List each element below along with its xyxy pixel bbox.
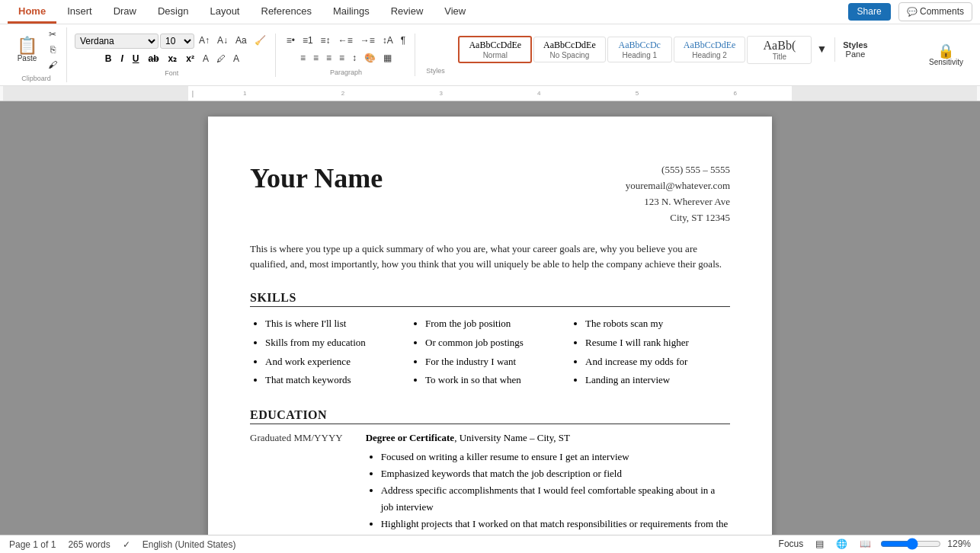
styles-pane-button[interactable]: Styles Pane (834, 37, 875, 62)
numbering-button[interactable]: ≡1 (299, 34, 316, 48)
skills-col2: From the job position Or common job post… (410, 315, 570, 390)
tab-mailings[interactable]: Mailings (322, 1, 380, 24)
edu-bullet-item: Emphasized keywords that match the job d… (381, 465, 730, 482)
top-area: Home Insert Draw Design Layout Reference… (0, 0, 980, 86)
edu-bullets: Focused on writing a killer resume to en… (366, 449, 730, 535)
italic-button[interactable]: I (117, 53, 127, 65)
cut-button[interactable]: ✂ (45, 27, 60, 42)
zoom-level: 129% (947, 539, 971, 549)
style-no-spacing-label: No Spacing (543, 51, 596, 59)
skill-item: This is where I'll list (265, 315, 410, 334)
align-left-button[interactable]: ≡ (297, 51, 309, 66)
layout-view-button[interactable]: ▤ (812, 537, 827, 551)
style-normal[interactable]: AaBbCcDdEe Normal (458, 36, 532, 63)
style-normal-label: Normal (469, 51, 521, 59)
status-bar: Page 1 of 1 265 words ✓ English (United … (0, 535, 980, 553)
highlight-button[interactable]: 🖊 (213, 52, 229, 66)
superscript-button[interactable]: x² (182, 53, 198, 65)
ruler-mark: 2 (341, 90, 344, 97)
align-center-button[interactable]: ≡ (310, 51, 322, 66)
skill-item: Landing an interview (585, 371, 730, 390)
proofing-icon[interactable]: ✓ (123, 539, 130, 550)
tab-review[interactable]: Review (380, 1, 434, 24)
style-heading2[interactable]: AaBbCcDdEe Heading 2 (674, 37, 746, 62)
font-color-button[interactable]: A (200, 52, 212, 66)
styles-pane-top-label: Styles (843, 40, 867, 50)
style-no-spacing-preview: AaBbCcDdEe (543, 40, 596, 51)
tab-insert[interactable]: Insert (56, 1, 103, 24)
subscript-button[interactable]: x₂ (165, 53, 181, 65)
text-shading-button[interactable]: A (230, 52, 242, 66)
style-no-spacing[interactable]: AaBbCcDdEe No Spacing (533, 37, 606, 62)
multilevel-list-button[interactable]: ≡↕ (318, 34, 334, 48)
tab-home[interactable]: Home (8, 1, 56, 24)
paragraph-group: ≡• ≡1 ≡↕ ←≡ →≡ ↕A ¶ ≡ ≡ ≡ ≡ ↕ 🎨 ▦ Paragr… (277, 34, 415, 76)
font-size-select[interactable]: 10 (160, 34, 194, 49)
skill-item: Skills from my education (265, 334, 410, 353)
styles-label: Styles (426, 67, 445, 75)
edu-bullet-item: Focused on writing a killer resume to en… (381, 449, 730, 465)
status-right: Focus ▤ 🌐 📖 129% (776, 537, 971, 551)
bold-button[interactable]: B (101, 53, 116, 65)
bullets-button[interactable]: ≡• (283, 34, 298, 48)
align-right-button[interactable]: ≡ (323, 51, 335, 66)
focus-button[interactable]: Focus (776, 537, 807, 551)
read-mode-button[interactable]: 📖 (857, 537, 874, 551)
ruler-mark: 4 (537, 90, 540, 97)
skill-item: And work experience (265, 353, 410, 372)
sort-button[interactable]: ↕A (380, 34, 396, 48)
comments-button[interactable]: 💬 Comments (898, 2, 972, 21)
font-label: Font (165, 69, 178, 77)
font-name-select[interactable]: Verdana (75, 34, 159, 49)
skill-item: That match keywords (265, 371, 410, 390)
skill-item: Resume I will rank higher (585, 334, 730, 353)
page[interactable]: Your Name (555) 555 – 5555 youremail@wha… (208, 117, 772, 535)
style-title-preview: AaBb( (757, 39, 802, 53)
skills-col3: The robots scan my Resume I will rank hi… (570, 315, 730, 390)
line-spacing-button[interactable]: ↕ (349, 51, 360, 66)
edu-degree-line: Degree or Certificate, University Name –… (366, 432, 730, 444)
borders-button[interactable]: ▦ (380, 51, 395, 66)
share-button[interactable]: Share (848, 3, 891, 21)
increase-font-button[interactable]: A↑ (196, 34, 213, 48)
paragraph-label: Paragraph (330, 69, 362, 76)
education-section: EDUCATION Graduated MM/YYYY Degree or Ce… (250, 408, 730, 535)
styles-pane-bottom-label: Pane (846, 50, 866, 59)
more-styles-button[interactable]: ▼ (813, 42, 830, 57)
web-view-button[interactable]: 🌐 (833, 537, 850, 551)
zoom-slider[interactable] (880, 538, 941, 550)
skills-heading: SKILLS (250, 291, 730, 307)
sensitivity-label: Sensitivity (929, 58, 963, 66)
clipboard-group: 📋 Paste ✂ ⎘ 🖌 Clipboard (6, 27, 67, 82)
tab-draw[interactable]: Draw (103, 1, 147, 24)
styles-group: AaBbCcDdEe Normal AaBbCcDdEe No Spacing … (417, 36, 917, 75)
style-heading1[interactable]: AaBbCcDc Heading 1 (607, 37, 672, 62)
underline-button[interactable]: U (129, 53, 143, 65)
skill-item: Or common job postings (425, 334, 570, 353)
sensitivity-group: 🔒 Sensitivity (918, 36, 974, 74)
clipboard-label: Clipboard (21, 75, 51, 82)
tab-references[interactable]: References (251, 1, 322, 24)
decrease-font-button[interactable]: A↓ (214, 34, 231, 48)
increase-indent-button[interactable]: →≡ (357, 34, 378, 48)
copy-button[interactable]: ⎘ (45, 43, 60, 57)
tab-layout[interactable]: Layout (199, 1, 250, 24)
strikethrough-button[interactable]: ab (145, 53, 163, 65)
decrease-indent-button[interactable]: ←≡ (335, 34, 356, 48)
align-justify-button[interactable]: ≡ (336, 51, 347, 66)
clear-format-button[interactable]: 🧹 (251, 34, 269, 48)
doc-contact: (555) 555 – 5555 youremail@whatever.com … (626, 162, 730, 225)
edu-details: Degree or Certificate, University Name –… (366, 432, 730, 535)
change-case-button[interactable]: Aa (232, 34, 250, 48)
edu-row: Graduated MM/YYYY Degree or Certificate,… (250, 432, 730, 535)
sensitivity-button[interactable]: 🔒 Sensitivity (924, 41, 968, 69)
ruler-mark: 5 (636, 90, 639, 97)
format-painter-button[interactable]: 🖌 (45, 58, 60, 72)
tab-design[interactable]: Design (147, 1, 199, 24)
tab-view[interactable]: View (434, 1, 476, 24)
doc-phone: (555) 555 – 5555 (626, 162, 730, 178)
paste-button[interactable]: 📋 Paste (12, 34, 42, 66)
style-title[interactable]: AaBb( Title (747, 36, 812, 64)
shading-button[interactable]: 🎨 (361, 51, 379, 66)
show-formatting-button[interactable]: ¶ (398, 34, 408, 48)
